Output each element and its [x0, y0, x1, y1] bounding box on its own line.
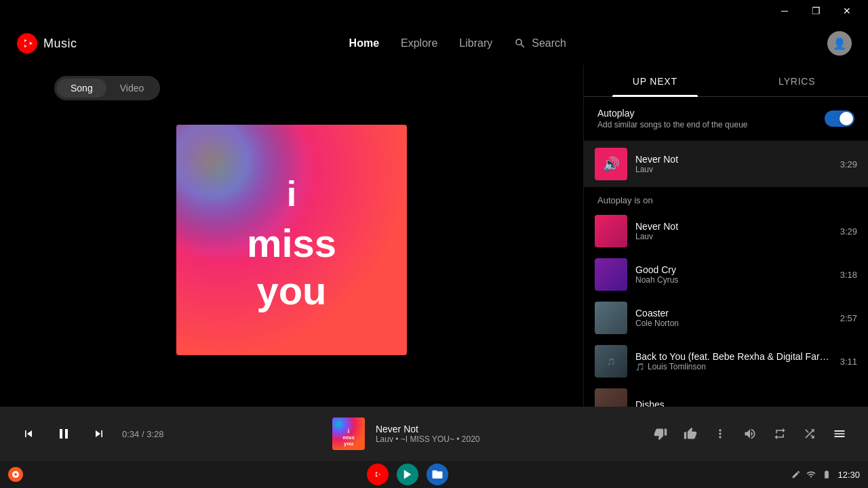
volume-icon — [743, 427, 757, 441]
queue-thumb-2 — [595, 258, 627, 291]
queue-title-3: Coaster — [635, 308, 832, 319]
minimize-button[interactable]: ─ — [769, 0, 800, 22]
previous-button[interactable] — [16, 422, 41, 446]
queue-title-1: Never Not — [635, 221, 832, 232]
current-time: 0:34 — [122, 429, 139, 439]
queue-duration-3: 2:57 — [840, 313, 857, 323]
main-nav: Home Explore Library Search — [104, 37, 811, 49]
album-art: i miss you — [176, 125, 407, 355]
svg-text:you: you — [344, 441, 353, 447]
queue-thumb-1 — [595, 215, 627, 247]
nav-search[interactable]: Search — [514, 37, 566, 49]
youtube-music-logo-icon — [16, 33, 38, 54]
header: Music Home Explore Library Search 👤 — [0, 22, 868, 65]
autoplay-title: Autoplay — [597, 108, 747, 119]
song-video-toggle: Song Video — [54, 76, 160, 100]
now-playing-artist: Lauv — [635, 165, 832, 174]
shuffle-button[interactable] — [797, 422, 822, 446]
left-panel: Song Video — [0, 65, 583, 434]
video-toggle-button[interactable]: Video — [106, 79, 158, 98]
wifi-icon — [806, 470, 816, 479]
start-button[interactable] — [8, 467, 23, 482]
svg-point-18 — [376, 473, 379, 476]
queue-artist-4: 🎵 Louis Tomlinson — [635, 362, 832, 371]
svg-text:you: you — [256, 268, 326, 312]
dislike-button[interactable] — [648, 422, 673, 446]
autoplay-desc: Add similar songs to the end of the queu… — [597, 120, 747, 129]
player-controls: 0:34 / 3:28 — [16, 422, 163, 446]
taskbar-ytmusic[interactable] — [367, 464, 389, 485]
battery-icon — [821, 470, 832, 479]
speaker-icon: 🔊 — [603, 156, 620, 172]
pause-button[interactable] — [52, 422, 76, 446]
song-toggle-button[interactable]: Song — [57, 79, 106, 98]
svg-text:i: i — [287, 174, 296, 214]
close-button[interactable]: ✕ — [831, 0, 863, 22]
clock: 12:30 — [837, 470, 860, 480]
previous-icon — [22, 427, 35, 441]
queue-icon — [833, 427, 846, 441]
svg-point-15 — [14, 473, 17, 476]
play-taskbar-icon — [401, 468, 414, 481]
tab-lyrics[interactable]: LYRICS — [726, 65, 869, 96]
volume-button[interactable] — [738, 422, 762, 446]
svg-text:miss: miss — [342, 434, 355, 441]
queue-artist-1: Lauv — [635, 232, 832, 241]
queue-info-2: Good Cry Noah Cyrus — [635, 264, 832, 285]
queue-info-4: Back to You (feat. Bebe Rexha & Digital … — [635, 351, 832, 371]
queue-duration-1: 3:29 — [840, 226, 857, 237]
thumbs-up-icon — [684, 427, 697, 441]
player-actions — [648, 422, 852, 446]
main-content: Song Video — [0, 65, 868, 434]
taskbar-play[interactable] — [397, 464, 418, 485]
maximize-button[interactable]: ❐ — [800, 0, 831, 22]
queue-thumb-4: 🎵 — [595, 345, 627, 378]
queue-title-4: Back to You (feat. Bebe Rexha & Digital … — [635, 351, 832, 362]
nav-explore[interactable]: Explore — [401, 37, 437, 49]
track-text: Never Not Lauv • ~I MISS YOU~ • 2020 — [376, 424, 480, 444]
queue-artist-2: Noah Cyrus — [635, 275, 832, 285]
queue-duration-4: 3:11 — [840, 357, 857, 367]
next-button[interactable] — [87, 422, 111, 446]
search-icon — [514, 37, 526, 49]
pause-icon — [56, 426, 72, 442]
avatar[interactable]: 👤 — [827, 31, 852, 56]
more-options-button[interactable] — [708, 422, 732, 446]
track-thumbnail: i miss you — [332, 418, 365, 450]
right-panel: UP NEXT LYRICS Autoplay Add similar song… — [583, 65, 868, 434]
nav-home[interactable]: Home — [349, 37, 379, 49]
shuffle-icon — [803, 427, 816, 441]
svg-point-2 — [24, 41, 30, 46]
nav-library[interactable]: Library — [459, 37, 492, 49]
queue-title-2: Good Cry — [635, 264, 832, 275]
queue-item-3[interactable]: Coaster Cole Norton 2:57 — [584, 296, 868, 340]
repeat-button[interactable] — [768, 422, 792, 446]
total-time: 3:28 — [146, 429, 163, 439]
album-art-image: i miss you — [176, 125, 407, 355]
pen-icon — [791, 470, 801, 479]
queue-item-4[interactable]: 🎵 Back to You (feat. Bebe Rexha & Digita… — [584, 340, 868, 383]
svg-marker-19 — [403, 470, 411, 479]
queue-artist-3: Cole Norton — [635, 319, 832, 328]
queue-item-2[interactable]: Good Cry Noah Cyrus 3:18 — [584, 253, 868, 296]
autoplay-toggle[interactable] — [825, 110, 854, 127]
logo[interactable]: Music — [16, 33, 77, 54]
tab-up-next[interactable]: UP NEXT — [584, 65, 726, 96]
queue-item-1[interactable]: Never Not Lauv 3:29 — [584, 209, 868, 253]
autoplay-on-label: Autoplay is on — [584, 187, 868, 209]
player-bar: 0:34 / 3:28 i miss you — [0, 407, 868, 461]
track-title: Never Not — [376, 424, 480, 434]
taskbar-center — [367, 464, 448, 485]
track-subtitle: Lauv • ~I MISS YOU~ • 2020 — [376, 434, 480, 444]
taskbar-left — [8, 467, 23, 482]
queue-thumb-3 — [595, 302, 627, 334]
like-button[interactable] — [678, 422, 703, 446]
track-thumb-image: i miss you — [332, 418, 365, 450]
queue-button[interactable] — [827, 422, 852, 446]
time-display: 0:34 / 3:28 — [122, 429, 163, 439]
taskbar-files[interactable] — [427, 464, 448, 485]
track-info-bar: i miss you Never Not Lauv • ~I MISS YOU~… — [174, 418, 637, 450]
ytmusic-taskbar-icon — [372, 468, 384, 481]
repeat-icon — [773, 427, 787, 441]
titlebar: ─ ❐ ✕ — [0, 0, 868, 22]
